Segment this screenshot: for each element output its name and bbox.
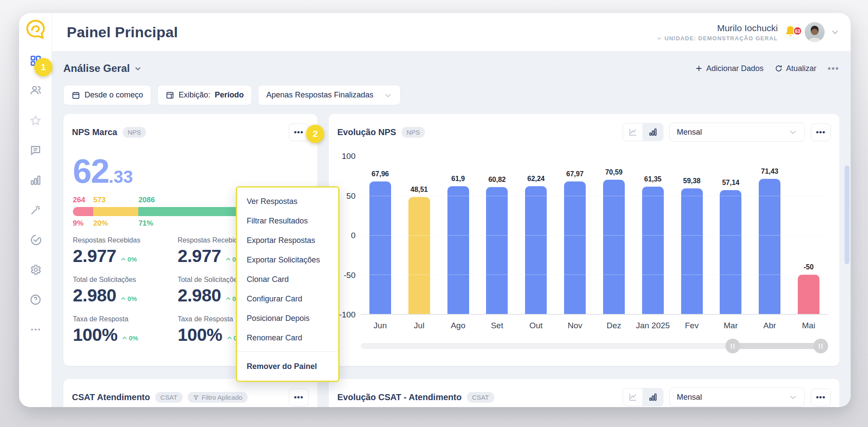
caret-up-icon xyxy=(122,335,127,341)
add-data-button[interactable]: Adicionar Dados xyxy=(695,64,764,73)
y-tick-label: -100 xyxy=(339,310,356,320)
date-range-filter[interactable]: Desde o começo xyxy=(63,85,151,105)
period-select[interactable]: Mensal xyxy=(669,123,805,142)
magic-wand-icon[interactable] xyxy=(29,204,42,216)
stat-delta-value: 0% xyxy=(129,334,138,342)
check-circle-icon[interactable] xyxy=(29,234,42,246)
stat-label: Respostas Recebidas xyxy=(73,236,140,244)
nps-score-dec: .33 xyxy=(109,167,133,186)
gear-icon[interactable] xyxy=(29,264,42,276)
top-bar: Painel Principal Murilo Iochucki UNIDADE… xyxy=(52,13,851,51)
scrollbar[interactable] xyxy=(845,165,849,264)
unit-selector[interactable]: UNIDADE: DEMONSTRAÇÃO GERAL xyxy=(656,35,778,42)
slider-handle-left[interactable] xyxy=(725,339,740,353)
csat-evolution-menu-button[interactable]: ••• xyxy=(811,388,831,406)
x-axis-label: Jan 2025 xyxy=(636,321,670,330)
slider-selected-range[interactable] xyxy=(730,343,824,349)
menu-item-exportar-respostas[interactable]: Exportar Respostas xyxy=(237,231,338,250)
avatar[interactable] xyxy=(805,22,825,42)
main-area: Painel Principal Murilo Iochucki UNIDADE… xyxy=(52,13,851,407)
line-chart-toggle-button[interactable] xyxy=(623,123,643,141)
responses-filter-label: Apenas Respostas Finalizadas xyxy=(266,91,373,100)
chart-bar-abr[interactable] xyxy=(759,179,780,314)
csat-period-select[interactable]: Mensal xyxy=(669,388,805,407)
dashboard-selector[interactable]: Análise Geral xyxy=(63,62,142,74)
notification-badge: 63 xyxy=(793,26,802,36)
chart-bar-mai[interactable] xyxy=(798,275,819,314)
line-chart-toggle-button[interactable] xyxy=(623,388,643,406)
chart-bar-fev[interactable] xyxy=(681,188,703,314)
csat-evolution-type-badge: CSAT xyxy=(467,392,494,403)
chevron-down-icon xyxy=(789,128,797,136)
star-icon[interactable] xyxy=(29,114,42,126)
caret-up-icon xyxy=(227,335,232,341)
nps-card-menu-button[interactable]: ••• xyxy=(289,123,309,141)
evolucao-csat-card: Evolução CSAT - Atendimento CSAT xyxy=(329,379,839,407)
stat-value-row: 2.9800% xyxy=(178,285,245,306)
csat-period-value: Mensal xyxy=(677,393,702,402)
comments-icon[interactable] xyxy=(29,144,42,156)
chevron-down-icon xyxy=(134,65,142,72)
dashboard-name: Análise Geral xyxy=(63,62,130,74)
stat-value: 2.977 xyxy=(178,246,221,266)
bar-chart-icon[interactable] xyxy=(29,174,42,186)
menu-item-clonar-card[interactable]: Clonar Card xyxy=(237,270,338,289)
csat-card-menu-button[interactable]: ••• xyxy=(289,388,309,406)
more-dots-icon[interactable] xyxy=(29,323,42,336)
stat-value-row: 2.9800% xyxy=(73,285,140,306)
chart-bar-out[interactable] xyxy=(525,186,547,314)
stat-item: Taxa de Resposta100%0% xyxy=(73,315,140,345)
bar-chart-toggle-button[interactable] xyxy=(643,388,663,406)
chevron-down-icon xyxy=(789,393,797,401)
menu-item-remover-do-painel[interactable]: Remover do Painel xyxy=(237,355,338,376)
y-tick-label: -50 xyxy=(344,271,356,280)
stat-item: Taxa de Resposta100%0% xyxy=(178,315,245,345)
plus-icon xyxy=(695,65,703,72)
x-axis-label: Dez xyxy=(607,321,621,330)
user-area: Murilo Iochucki UNIDADE: DEMONSTRAÇÃO GE… xyxy=(656,22,839,42)
section-more-button[interactable]: ••• xyxy=(828,64,839,74)
menu-item-renomear-card[interactable]: Renomear Card xyxy=(237,328,338,348)
refresh-button[interactable]: Atualizar xyxy=(775,64,816,73)
x-axis-label: Out xyxy=(529,321,543,330)
bar-chart-toggle-button[interactable] xyxy=(643,123,663,141)
caret-up-icon xyxy=(121,256,126,262)
responses-filter[interactable]: Apenas Respostas Finalizadas xyxy=(258,85,401,105)
chart-bar-jun[interactable] xyxy=(369,181,391,314)
chart-bar-nov[interactable] xyxy=(564,181,586,314)
chart-bar-mar[interactable] xyxy=(720,190,741,314)
csat-chart-type-toggle xyxy=(623,388,663,406)
menu-item-posicionar-depois[interactable]: Posicionar Depois xyxy=(237,309,338,328)
user-menu-chevron-icon[interactable] xyxy=(831,28,839,36)
plot-area: 67,9648,5161,960,8262,2467,9770,5961,355… xyxy=(361,156,828,315)
x-axis-labels: JunJulAgoSetOutNovDezJan 2025FevMarAbrMa… xyxy=(361,315,828,334)
nps-evolution-chart: 100500-50-100 67,9648,5161,960,8262,2467… xyxy=(336,156,828,334)
notifications-button[interactable]: 63 xyxy=(784,25,799,39)
funnel-icon xyxy=(193,395,199,401)
menu-item-ver-respostas[interactable]: Ver Respostas xyxy=(237,192,338,211)
slider-handle-right[interactable] xyxy=(813,339,828,353)
chart-bar-set[interactable] xyxy=(486,187,508,314)
evolution-card-menu-button[interactable]: ••• xyxy=(811,123,831,141)
user-name: Murilo Iochucki xyxy=(656,23,778,33)
caret-up-icon xyxy=(225,296,231,301)
users-icon[interactable] xyxy=(29,84,42,97)
app-logo-icon[interactable] xyxy=(26,19,46,39)
chart-bar-jan-2025[interactable] xyxy=(642,187,664,314)
chart-bar-dez[interactable] xyxy=(603,180,625,314)
chart-range-slider xyxy=(361,338,828,354)
chart-bar-jul[interactable] xyxy=(408,197,430,314)
sidebar-nav xyxy=(29,55,42,336)
x-axis-label: Mar xyxy=(724,321,738,330)
menu-item-filtrar-resultados[interactable]: Filtrar Resultados xyxy=(237,211,338,231)
display-mode-filter[interactable]: Exibição: Período xyxy=(157,85,252,105)
section-row: Análise Geral Adicionar Dados Atualizar … xyxy=(63,59,839,78)
evolution-card-title: Evolução NPS xyxy=(337,127,396,137)
caret-up-icon xyxy=(121,296,126,301)
chart-bar-ago[interactable] xyxy=(447,186,469,314)
help-circle-icon[interactable] xyxy=(29,294,42,306)
refresh-icon xyxy=(775,65,783,72)
menu-item-exportar-solicita-es[interactable]: Exportar Solicitações xyxy=(237,250,338,270)
menu-item-configurar-card[interactable]: Configurar Card xyxy=(237,289,338,309)
stat-label: Total de Solicitações xyxy=(73,276,140,284)
